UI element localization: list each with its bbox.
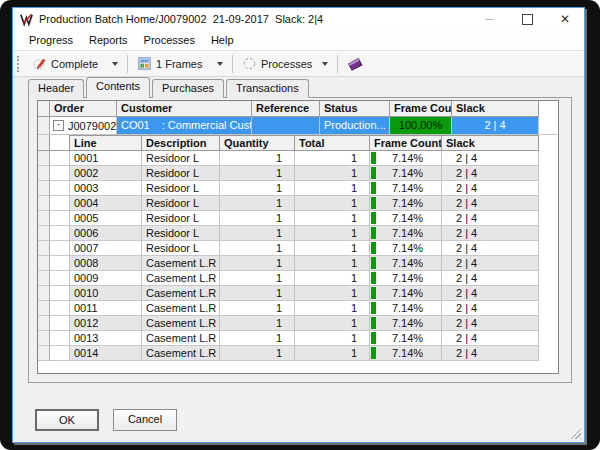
table-row[interactable]: 0009 Casement L.R 1 1 7.14% 2 | 4 <box>38 271 558 286</box>
row-selector[interactable] <box>38 316 50 331</box>
slack-cell: 2 | 4 <box>442 211 539 226</box>
col-line-frame-count: Frame Count <box>370 135 442 151</box>
frames-dropdown-button[interactable]: 1 Frames <box>132 53 228 74</box>
indent-cell <box>50 181 70 196</box>
table-row[interactable]: 0001 Residoor L 1 1 7.14% 2 | 4 <box>38 151 558 166</box>
row-selector[interactable] <box>38 117 50 134</box>
row-selector[interactable] <box>38 151 50 166</box>
table-row[interactable]: 0012 Casement L.R 1 1 7.14% 2 | 4 <box>38 316 558 331</box>
menu-help[interactable]: Help <box>203 34 242 46</box>
slack-cell: 2 | 4 <box>442 316 539 331</box>
dialog-buttons: OK Cancel <box>35 409 177 431</box>
table-row[interactable]: 0004 Residoor L 1 1 7.14% 2 | 4 <box>38 196 558 211</box>
slack-cell: 2 | 4 <box>442 301 539 316</box>
slack-cell: 2 | 4 <box>442 241 539 256</box>
processes-dropdown-button[interactable]: Processes <box>237 53 333 74</box>
line-cell: 0012 <box>70 316 142 331</box>
ok-button[interactable]: OK <box>35 409 99 431</box>
orders-grid: Order Customer Reference Status Frame Co… <box>37 100 559 374</box>
table-row[interactable]: 0007 Residoor L 1 1 7.14% 2 | 4 <box>38 241 558 256</box>
close-button[interactable]: ✕ <box>546 8 584 30</box>
line-cell: 0009 <box>70 271 142 286</box>
status-ellipsis: ... <box>377 117 386 134</box>
cancel-button[interactable]: Cancel <box>113 409 177 431</box>
resize-grip[interactable] <box>568 426 581 439</box>
table-row[interactable]: 0002 Residoor L 1 1 7.14% 2 | 4 <box>38 166 558 181</box>
table-row[interactable]: 0013 Casement L.R 1 1 7.14% 2 | 4 <box>38 331 558 346</box>
frames-label: 1 Frames <box>156 58 202 70</box>
row-selector[interactable] <box>38 196 50 211</box>
col-frame-count: Frame Coun... <box>390 101 452 117</box>
row-selector[interactable] <box>38 181 50 196</box>
indent-cell <box>50 301 70 316</box>
order-row-selected[interactable]: - J0079002 CO01: Commercial Customer ...… <box>38 117 558 135</box>
total-cell: 1 <box>295 316 370 331</box>
frame-count-value: 7.14% <box>374 301 441 315</box>
frame-progress-bar <box>371 227 376 239</box>
book-button[interactable] <box>342 53 368 74</box>
maximize-button[interactable] <box>508 8 546 30</box>
total-cell: 1 <box>295 271 370 286</box>
menu-progress[interactable]: Progress <box>21 34 81 46</box>
tab-contents[interactable]: Contents <box>86 77 150 98</box>
table-row[interactable]: 0005 Residoor L 1 1 7.14% 2 | 4 <box>38 211 558 226</box>
table-row[interactable]: 0011 Casement L.R 1 1 7.14% 2 | 4 <box>38 301 558 316</box>
indent-cell <box>50 346 70 361</box>
frame-count-cell: 7.14% <box>370 196 442 211</box>
description-cell: Casement L.R <box>142 301 220 316</box>
frame-count-value: 7.14% <box>374 346 441 360</box>
menu-reports[interactable]: Reports <box>81 34 136 46</box>
frame-count-value: 7.14% <box>374 241 441 255</box>
line-cell: 0002 <box>70 166 142 181</box>
line-cell: 0001 <box>70 151 142 166</box>
indent-cell <box>50 211 70 226</box>
row-selector[interactable] <box>38 241 50 256</box>
quantity-cell: 1 <box>220 151 295 166</box>
chevron-down-icon <box>217 62 223 66</box>
row-selector[interactable] <box>38 226 50 241</box>
line-cell: 0010 <box>70 286 142 301</box>
row-selector[interactable] <box>38 301 50 316</box>
total-cell: 1 <box>295 256 370 271</box>
title-bar[interactable]: Production Batch Home/J0079002 21-09-201… <box>13 8 584 30</box>
table-row[interactable]: 0008 Casement L.R 1 1 7.14% 2 | 4 <box>38 256 558 271</box>
row-selector[interactable] <box>38 331 50 346</box>
line-cell: 0003 <box>70 181 142 196</box>
complete-dropdown-button[interactable]: Complete <box>27 53 123 74</box>
processes-label: Processes <box>261 58 312 70</box>
line-cell: 0006 <box>70 226 142 241</box>
toolbar-grip[interactable] <box>17 56 23 72</box>
table-row[interactable]: 0010 Casement L.R 1 1 7.14% 2 | 4 <box>38 286 558 301</box>
table-row[interactable]: 0003 Residoor L 1 1 7.14% 2 | 4 <box>38 181 558 196</box>
tab-header[interactable]: Header <box>28 79 84 98</box>
menu-processes[interactable]: Processes <box>136 34 203 46</box>
total-cell: 1 <box>295 196 370 211</box>
collapse-button[interactable]: - <box>53 120 64 131</box>
frame-progress-bar <box>371 272 376 284</box>
frame-count-cell: 7.14% <box>370 316 442 331</box>
row-selector[interactable] <box>38 211 50 226</box>
quantity-cell: 1 <box>220 316 295 331</box>
screenshot-frame: Production Batch Home/J0079002 21-09-201… <box>0 0 600 450</box>
frame-count-cell: 7.14% <box>370 256 442 271</box>
indent-cell <box>50 226 70 241</box>
row-selector[interactable] <box>38 256 50 271</box>
slack-cell: 2 | 4 <box>442 346 539 361</box>
row-selector[interactable] <box>38 271 50 286</box>
tab-transactions[interactable]: Transactions <box>226 79 309 98</box>
description-cell: Residoor L <box>142 151 220 166</box>
frame-count-value: 7.14% <box>374 151 441 165</box>
row-selector[interactable] <box>38 166 50 181</box>
chevron-down-icon <box>112 62 118 66</box>
window-title: Production Batch Home/J0079002 21-09-201… <box>39 13 323 25</box>
row-selector[interactable] <box>38 346 50 361</box>
table-row[interactable]: 0006 Residoor L 1 1 7.14% 2 | 4 <box>38 226 558 241</box>
quantity-cell: 1 <box>220 346 295 361</box>
row-selector[interactable] <box>38 286 50 301</box>
minimize-button[interactable] <box>470 8 508 30</box>
tab-purchases[interactable]: Purchases <box>152 79 224 98</box>
table-row[interactable]: 0014 Casement L.R 1 1 7.14% 2 | 4 <box>38 346 558 361</box>
col-status: Status <box>320 101 390 117</box>
quantity-cell: 1 <box>220 226 295 241</box>
indent-cell <box>50 286 70 301</box>
